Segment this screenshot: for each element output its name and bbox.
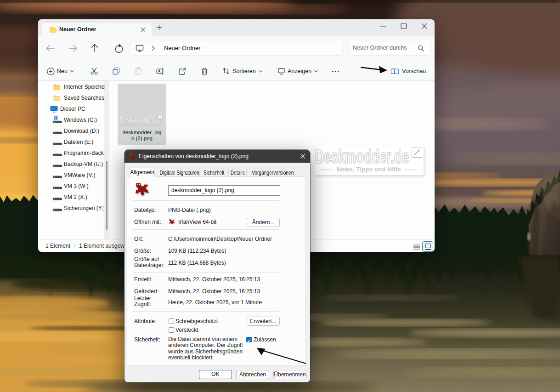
svg-text:Deskmodder.de: Deskmodder.de bbox=[315, 146, 409, 167]
svg-text:Deskmodder.de: Deskmodder.de bbox=[119, 115, 162, 125]
